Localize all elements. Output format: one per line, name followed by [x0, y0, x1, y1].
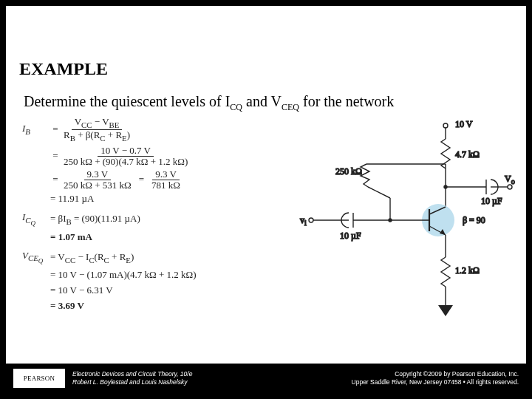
svg-line-17 [368, 187, 390, 198]
vceq-step2: = 10 V − (1.07 mA)(4.7 kΩ + 1.2 kΩ) [50, 269, 197, 282]
pearson-logo: PEARSON [13, 369, 65, 388]
ib-step2-den: 250 kΩ + (90)(4.7 kΩ + 1.2 kΩ) [61, 157, 191, 167]
prompt-c: for the network [299, 93, 394, 109]
prompt-text: Determine the quiescent levels of ICQ an… [24, 93, 394, 113]
label-vcc: 10 V [455, 119, 473, 129]
prompt-sub-vceq: CEQ [282, 102, 299, 112]
label-rc: 4.7 kΩ [455, 149, 480, 160]
book-line2: Robert L. Boylestad and Louis Nashelsky [72, 378, 192, 386]
slide: EXAMPLE Determine the quiescent levels o… [6, 6, 526, 393]
book-info: Electronic Devices and Circuit Theory, 1… [72, 370, 192, 386]
label-rb: 250 kΩ [335, 166, 362, 177]
vceq-expr: = VCC − IC(RC + RE) [50, 251, 134, 265]
footer-bar: PEARSON Electronic Devices and Circuit T… [6, 364, 526, 393]
svg-point-0 [443, 123, 448, 128]
math-derivation: IB = VCC − VBE RB + β(RC + RE) = 10 V − … [22, 117, 251, 316]
book-line1: Electronic Devices and Circuit Theory, 1… [72, 370, 192, 378]
pearson-logo-text: PEARSON [24, 375, 55, 382]
copyright: Copyright ©2009 by Pearson Education, In… [352, 370, 519, 386]
copy-line1: Copyright ©2009 by Pearson Education, In… [352, 370, 519, 378]
label-beta: β = 90 [463, 215, 485, 225]
heading: EXAMPLE [19, 59, 108, 79]
label-re: 1.2 kΩ [455, 265, 480, 276]
icq-expr: = βIB = (90)(11.91 µA) [50, 213, 140, 227]
icq-result: = 1.07 mA [50, 231, 92, 244]
ib-lhs: IB [22, 123, 50, 137]
label-cin: 10 µF [340, 231, 361, 241]
icq-lhs: ICQ [22, 211, 50, 228]
prompt-b: and V [242, 93, 282, 109]
ib-step3-dena: 250 kΩ + 531 kΩ [61, 180, 134, 191]
ib-num: VCC − VBE [72, 117, 123, 130]
ib-step2-num: 10 V − 0.7 V [98, 146, 154, 157]
svg-marker-26 [438, 305, 453, 316]
vceq-step3: = 10 V − 6.31 V [50, 284, 113, 297]
prompt-a: Determine the quiescent levels of I [24, 93, 230, 109]
label-vin: vi [300, 215, 307, 227]
ib-den: RB + β(RC + RE) [61, 130, 133, 143]
ib-step3-numa: 9.3 V [84, 169, 112, 180]
circuit-schematic: 10 V 4.7 kΩ 10 µF Vo [272, 117, 516, 346]
ib-step3-numb: 9.3 V [152, 169, 180, 180]
vceq-lhs: VCEQ [22, 250, 50, 266]
label-vout: Vo [505, 174, 515, 185]
prompt-sub-icq: CQ [230, 102, 242, 112]
svg-point-23 [309, 218, 313, 222]
label-cout: 10 µF [481, 196, 502, 206]
ib-result: = 11.91 µA [50, 193, 94, 205]
vceq-result: = 3.69 V [50, 300, 84, 313]
copy-line2: Upper Saddle River, New Jersey 07458 • A… [352, 378, 519, 386]
ib-step3-denb: 781 kΩ [149, 180, 183, 191]
